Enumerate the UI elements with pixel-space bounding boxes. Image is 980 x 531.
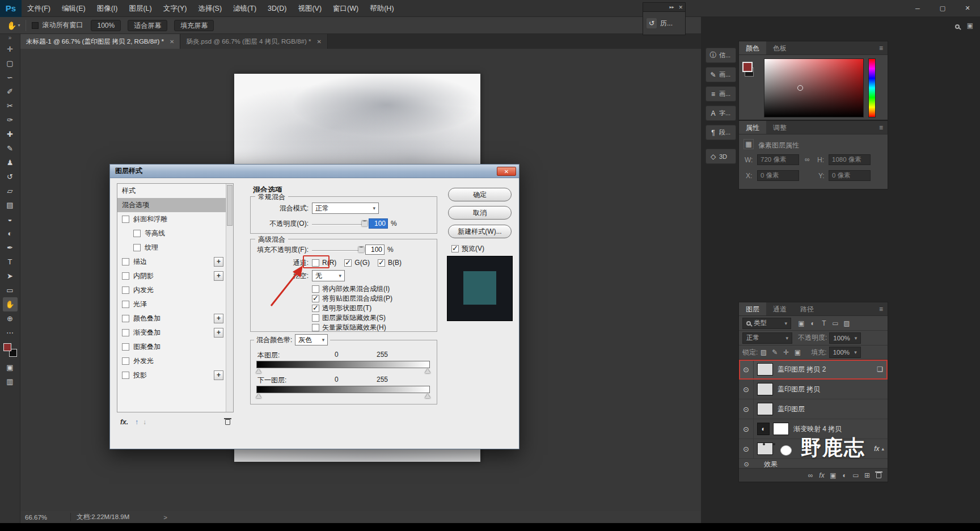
- this-layer-gradient-slider[interactable]: [256, 361, 430, 368]
- height-field[interactable]: 1080 像素: [829, 154, 871, 165]
- crop-tool[interactable]: ✂: [3, 99, 18, 113]
- checkbox[interactable]: [122, 343, 129, 351]
- tab-close-icon[interactable]: ✕: [316, 39, 321, 45]
- list-item-outer-glow[interactable]: 外发光: [117, 354, 233, 368]
- layer-row-selected[interactable]: ⊙ 盖印图层 拷贝 2 ❏: [739, 360, 888, 380]
- hand-tool[interactable]: ✋: [3, 297, 18, 311]
- slider-handle[interactable]: [256, 369, 261, 373]
- healing-brush-tool[interactable]: ✚: [3, 127, 18, 141]
- filter-smart-objects-icon[interactable]: ▨: [841, 319, 852, 327]
- list-item-drop-shadow[interactable]: 投影+: [117, 368, 233, 382]
- menu-filter[interactable]: 滤镜(T): [227, 0, 262, 17]
- checkbox[interactable]: [122, 301, 129, 308]
- screen-mode-icon[interactable]: ▥: [3, 374, 18, 389]
- pen-tool[interactable]: ✒: [3, 241, 18, 255]
- tab-close-icon[interactable]: ✕: [170, 39, 174, 45]
- fill-field[interactable]: 100% ▾: [829, 347, 861, 358]
- move-style-down-icon[interactable]: ↓: [143, 418, 146, 426]
- list-item-contour[interactable]: 等高线: [117, 226, 233, 241]
- menu-help[interactable]: 帮助(H): [364, 0, 399, 17]
- eye-icon[interactable]: ⊙: [739, 360, 754, 379]
- eye-icon[interactable]: ⊙: [739, 399, 754, 419]
- dodge-tool[interactable]: ◐: [3, 226, 18, 241]
- menu-view[interactable]: 视图(V): [292, 0, 327, 17]
- list-item-satin[interactable]: 光泽: [117, 297, 233, 311]
- add-instance-icon[interactable]: +: [214, 370, 223, 380]
- menu-image[interactable]: 图像(I): [91, 0, 124, 17]
- edit-toolbar-icon[interactable]: ⋯: [3, 326, 18, 340]
- layer-filter-dropdown[interactable]: 类型 ▾: [742, 318, 791, 329]
- window-minimize-icon[interactable]: ─: [905, 0, 930, 16]
- new-group-icon[interactable]: ▭: [850, 471, 861, 479]
- panel-menu-icon[interactable]: ≡: [875, 302, 888, 315]
- layer-thumbnail[interactable]: [757, 363, 773, 376]
- lock-all-icon[interactable]: ▣: [792, 348, 803, 356]
- add-instance-icon[interactable]: +: [214, 328, 223, 338]
- 3d-panel-button[interactable]: ◇ 3D: [706, 149, 736, 164]
- gradient-tool[interactable]: ▤: [3, 198, 18, 212]
- window-maximize-icon[interactable]: ▢: [930, 0, 955, 16]
- list-item-inner-shadow[interactable]: 内阴影+: [117, 269, 233, 283]
- move-tool[interactable]: ✛: [3, 42, 18, 56]
- list-item-texture[interactable]: 纹理: [117, 241, 233, 255]
- checkbox[interactable]: [122, 357, 129, 365]
- menu-3d[interactable]: 3D(D): [262, 0, 292, 17]
- shape-tool[interactable]: ▭: [3, 283, 18, 297]
- collapse-toolbar-icon[interactable]: »: [9, 34, 12, 42]
- brush-tool[interactable]: ✎: [3, 141, 18, 155]
- active-tool-icon[interactable]: ✋: [7, 21, 16, 30]
- menu-file[interactable]: 文件(F): [22, 0, 56, 17]
- slider-handle[interactable]: [425, 394, 430, 398]
- info-panel-button[interactable]: ⓘ 信...: [706, 48, 736, 63]
- menu-edit[interactable]: 编辑(E): [56, 0, 91, 17]
- clone-stamp-tool[interactable]: ♟: [3, 155, 18, 170]
- scroll-all-windows-checkbox[interactable]: [32, 22, 39, 29]
- zoom-tool[interactable]: ⊕: [3, 311, 18, 326]
- underlying-layer-gradient-slider[interactable]: [256, 386, 430, 393]
- blend-mode-dropdown[interactable]: 正常 ▾: [742, 332, 792, 344]
- workspace-switcher-icon[interactable]: ▣: [967, 22, 973, 30]
- link-layers-icon[interactable]: ∞: [805, 471, 816, 479]
- color-saturation-field[interactable]: [764, 58, 864, 117]
- checkbox[interactable]: [133, 244, 141, 251]
- blur-tool[interactable]: ◒: [3, 212, 18, 226]
- menu-window[interactable]: 窗口(W): [327, 0, 364, 17]
- panel-menu-icon[interactable]: ≡: [875, 121, 888, 134]
- window-close-icon[interactable]: ✕: [955, 0, 980, 16]
- layer-row[interactable]: ⊙ 盖印图层 拷贝: [739, 380, 888, 399]
- foreground-color-swatch[interactable]: [3, 343, 11, 351]
- quick-selection-tool[interactable]: ✐: [3, 85, 18, 99]
- tab-swatches[interactable]: 色板: [766, 41, 793, 54]
- zoom-100-button[interactable]: 100%: [91, 20, 121, 31]
- add-instance-icon[interactable]: +: [214, 271, 223, 281]
- list-item-inner-glow[interactable]: 内发光: [117, 283, 233, 297]
- checkbox[interactable]: [122, 315, 129, 322]
- adjustment-layer-thumbnail[interactable]: ◐: [757, 423, 770, 435]
- brush-panel-button[interactable]: ✎ 画...: [706, 67, 736, 82]
- list-item-stroke[interactable]: 描边+: [117, 255, 233, 269]
- checkbox[interactable]: [122, 286, 129, 294]
- slider-handle[interactable]: [425, 369, 430, 373]
- channel-b-checkbox[interactable]: [378, 259, 385, 267]
- lasso-tool[interactable]: ∽: [3, 70, 18, 85]
- vector-mask-hides-checkbox[interactable]: [312, 324, 319, 331]
- tab-properties[interactable]: 属性: [739, 121, 766, 134]
- dialog-close-icon[interactable]: ✕: [497, 167, 516, 176]
- layer-thumbnail[interactable]: [757, 403, 773, 415]
- list-item-blending-options[interactable]: 混合选项: [117, 198, 233, 212]
- eye-icon[interactable]: ⊙: [739, 461, 754, 468]
- fill-opacity-value[interactable]: 100: [365, 245, 385, 255]
- scrollbar[interactable]: [226, 184, 233, 412]
- list-item-styles[interactable]: 样式: [117, 184, 233, 198]
- delete-layer-icon[interactable]: [873, 471, 884, 480]
- y-field[interactable]: 0 像素: [829, 170, 871, 181]
- eye-icon[interactable]: ⊙: [739, 380, 754, 399]
- blend-mode-dropdown[interactable]: 正常▾: [312, 203, 379, 214]
- checkbox[interactable]: [133, 230, 141, 237]
- list-item-bevel-emboss[interactable]: 斜面和浮雕: [117, 212, 233, 226]
- layer-row[interactable]: ⊙ 盖印图层: [739, 399, 888, 419]
- tab-channels[interactable]: 通道: [766, 302, 793, 315]
- filter-pixel-layers-icon[interactable]: ▣: [796, 319, 807, 327]
- foreground-color-chip[interactable]: [742, 62, 753, 72]
- opacity-field[interactable]: 100% ▾: [829, 332, 861, 344]
